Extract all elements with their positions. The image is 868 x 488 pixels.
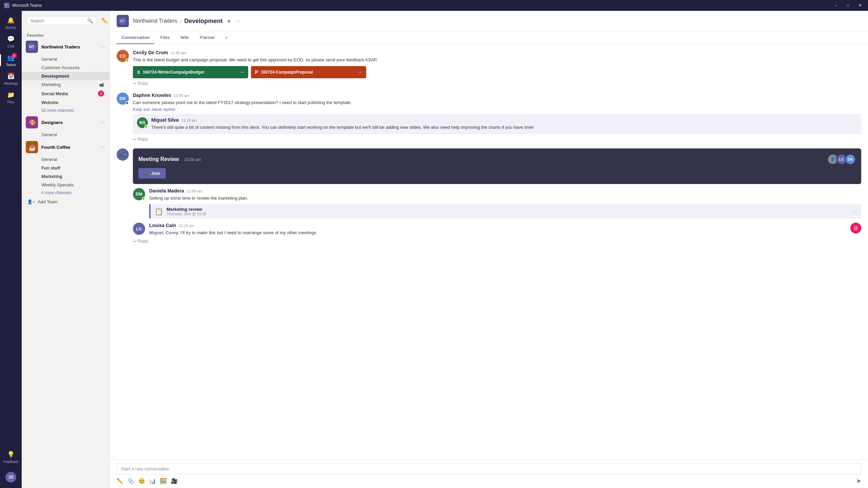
feedback-label: Feedback	[3, 460, 18, 464]
sidebar-item-teams[interactable]: 👥 2 Teams	[0, 51, 22, 69]
busy-indicator-daphne	[125, 101, 129, 105]
send-button[interactable]: ➤	[856, 477, 861, 485]
add-team-button[interactable]: 👤+ Add Team	[22, 197, 110, 207]
channel-weekly-specials[interactable]: Weekly Specials	[22, 181, 110, 189]
team-northwind-name: Northwind Traders	[41, 44, 98, 49]
teams-logo-icon: T	[4, 3, 9, 8]
channel-general-designers[interactable]: General	[22, 130, 110, 139]
meeting-time: 10:58 am	[184, 157, 201, 162]
reply-button-daphne[interactable]: ↩ Reply	[133, 137, 861, 142]
channel-fun-stuff[interactable]: Fun stuff	[22, 164, 110, 172]
giphy-tool[interactable]: 📊	[149, 478, 156, 484]
tab-planner[interactable]: Planner	[195, 32, 220, 44]
search-icon[interactable]: 🔍	[87, 18, 93, 23]
channel-general-northwind[interactable]: General	[22, 55, 110, 63]
feedback-button[interactable]: 💡 Feedback	[0, 448, 22, 466]
meeting-title: Meeting Review	[138, 156, 179, 162]
join-meeting-button[interactable]: 📹 Join	[138, 168, 166, 179]
team-northwind-more-icon[interactable]: ···	[101, 44, 105, 50]
team-logo: NT	[117, 15, 129, 27]
message-text-daphne: Can someone please point me to the lates…	[133, 99, 861, 106]
team-designers-more-icon[interactable]: ···	[101, 119, 105, 125]
channel-marketing-fourthcoffee[interactable]: Marketing	[22, 172, 110, 181]
message-text-daniela: Setting up some time to review the marke…	[149, 195, 861, 202]
tab-files[interactable]: Files	[156, 32, 174, 44]
more-channels-northwind[interactable]: 32 more channels	[22, 107, 110, 114]
messages-area: CD Cecily De Crum 11:00 am This is the l…	[110, 44, 868, 460]
add-team-icon: 👤+	[27, 199, 35, 204]
sticker-tool[interactable]: 🖼️	[160, 478, 167, 484]
calendar-more-icon[interactable]: ···	[853, 208, 857, 215]
team-designers-name: Designers	[41, 120, 98, 125]
activity-icon: 🔔	[7, 16, 15, 24]
message-daniela: DM Daniela Madera 11:00 am Setting up so…	[133, 188, 861, 219]
file-attachments-cecily: X 160724-WinterCampaignBudget ··· P 1607…	[133, 66, 861, 78]
team-designers[interactable]: 🎨 Designers ···	[22, 114, 110, 130]
emoji-tool[interactable]: 😊	[138, 478, 145, 484]
message-body-cecily: Cecily De Crum 11:00 am This is the late…	[133, 50, 861, 86]
sidebar-item-files[interactable]: 📁 Files	[0, 88, 22, 107]
file-excel-card[interactable]: X 160724-WinterCampaignBudget ···	[133, 66, 248, 78]
reply-button-meeting[interactable]: ↩ Reply	[133, 239, 861, 244]
calendar-event-card[interactable]: 📋 Marketing review Thursday, 15th @ 10:3…	[149, 204, 861, 219]
svg-text:T: T	[5, 4, 7, 7]
team-fourthcoffee-more-icon[interactable]: ···	[101, 144, 105, 150]
user-avatar-icon: JD	[5, 472, 16, 483]
sidebar-item-activity[interactable]: 🔔 Activity	[0, 14, 22, 32]
channel-development[interactable]: Development	[22, 72, 110, 80]
attach-tool[interactable]: 📎	[127, 478, 134, 484]
icon-rail: 🔔 Activity 💬 Chat 👥 2 Teams 📅 Meetings 📁…	[0, 11, 22, 488]
search-box[interactable]: 🔍	[27, 16, 96, 25]
sidebar-item-chat[interactable]: 💬 Chat	[0, 32, 22, 51]
add-tab-button[interactable]: ＋	[221, 32, 232, 44]
minimize-button[interactable]: −	[833, 2, 839, 8]
format-tool[interactable]: ✏️	[117, 478, 123, 484]
tab-wiki[interactable]: Wiki	[176, 32, 194, 44]
team-fourthcoffee-avatar: ☕	[26, 141, 38, 153]
team-fourthcoffee[interactable]: ☕ Fourth Coffee ···	[22, 139, 110, 155]
meeting-attendee-3: DK	[845, 154, 856, 165]
file-ppt-card[interactable]: P 160724-CampaignProposal ···	[251, 66, 366, 78]
reply-indicator-daphne[interactable]: Kadji and Jakob replied	[133, 107, 861, 112]
ppt-more-icon[interactable]: ···	[359, 70, 362, 75]
channel-name-header: Development	[184, 18, 222, 25]
files-icon: 📁	[7, 91, 15, 99]
favorite-star-icon[interactable]: ★	[226, 18, 231, 24]
channel-social-media[interactable]: Social Media 2	[22, 89, 110, 98]
breadcrumb-chevron: ›	[180, 18, 182, 24]
channel-general-fourthcoffee[interactable]: General	[22, 155, 110, 164]
message-time-cecily: 11:00 am	[171, 51, 186, 55]
more-channels-fourthcoffee[interactable]: 4 more channels	[22, 189, 110, 197]
reply-label-daphne: Reply	[138, 137, 148, 142]
video-icon: 📹	[99, 82, 104, 87]
message-time-louisa: 11:15 am	[179, 224, 194, 228]
close-button[interactable]: ✕	[856, 2, 864, 8]
message-text-cecily: This is the latest budget and campaign p…	[133, 57, 861, 63]
user-avatar[interactable]: JD	[0, 469, 22, 485]
reply-button-cecily[interactable]: ↩ Reply	[133, 81, 861, 86]
channel-website[interactable]: Website	[22, 98, 110, 107]
message-louisa: LC Louisa Cain 11:15 am Miguel, Corey, I…	[133, 223, 861, 236]
message-author-daphne: Daphne Knowles	[133, 93, 171, 98]
louisa-reaction-icon: @	[850, 223, 861, 233]
excel-more-icon[interactable]: ···	[241, 70, 244, 75]
sidebar-item-meetings[interactable]: 📅 Meetings	[0, 69, 22, 88]
channel-more-icon[interactable]: ···	[235, 18, 240, 24]
video-tool[interactable]: 🎥	[171, 478, 178, 484]
online-indicator-miguel	[144, 125, 148, 128]
channel-marketing-northwind[interactable]: Marketing 📹	[22, 80, 110, 89]
team-northwind[interactable]: NT Northwind Traders ···	[22, 39, 110, 55]
message-input[interactable]: Start a new conversation	[117, 463, 861, 474]
maximize-button[interactable]: □	[845, 2, 851, 8]
meeting-title-row: Meeting Review 10:58 am	[138, 156, 201, 162]
compose-icon[interactable]: ✏️	[101, 18, 108, 24]
meeting-content: Meeting Review 10:58 am 👤 LC DK	[133, 148, 861, 244]
tab-conversation[interactable]: Conversation	[117, 32, 154, 44]
online-indicator-daniela	[142, 197, 145, 200]
window-controls[interactable]: − □ ✕	[833, 2, 864, 8]
message-author-daniela: Daniela Madera	[149, 188, 184, 194]
add-team-label: Add Team	[38, 199, 58, 204]
channel-customer-accounts[interactable]: Customer Accounts	[22, 63, 110, 72]
sidebar: 🔍 ✏️ Favorites NT Northwind Traders ··· …	[22, 11, 110, 488]
search-input[interactable]	[30, 18, 87, 23]
